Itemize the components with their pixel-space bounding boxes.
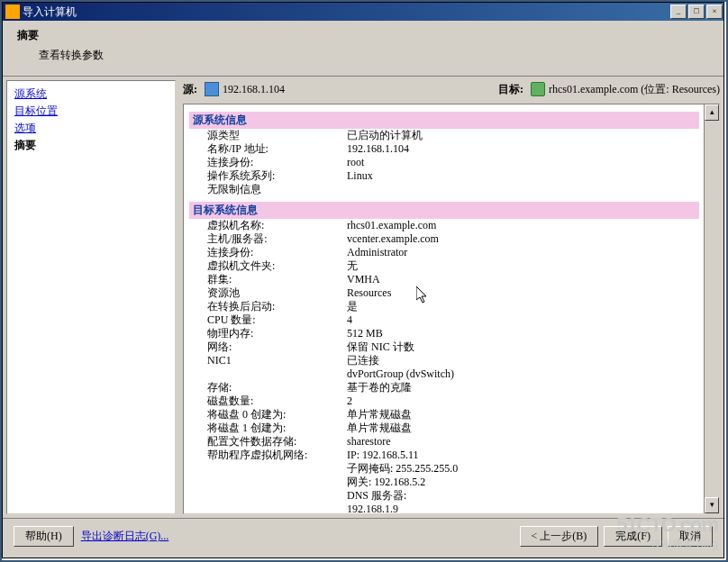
- info-value: 网关: 192.168.5.2: [347, 476, 699, 489]
- page-subtitle: 查看转换参数: [39, 48, 709, 63]
- info-key: [189, 489, 347, 503]
- export-log-link[interactable]: 导出诊断日志(G)...: [81, 529, 169, 544]
- vertical-scrollbar[interactable]: ▴ ▾: [704, 104, 719, 513]
- info-row: 帮助程序虚拟机网络:IP: 192.168.5.11: [189, 449, 699, 462]
- info-value: 192.168.1.104: [347, 142, 699, 156]
- info-row: 操作系统系列:Linux: [189, 169, 699, 183]
- info-value: DNS 服务器:: [347, 489, 699, 503]
- info-value: root: [347, 156, 699, 169]
- info-key: 源类型: [189, 129, 347, 142]
- info-key: 帮助程序虚拟机网络:: [189, 449, 347, 462]
- import-computer-window: 导入计算机 _ □ × 摘要 查看转换参数 源系统目标位置选项摘要 源: 192…: [2, 2, 724, 558]
- close-button[interactable]: ×: [706, 5, 723, 19]
- info-row: 连接身份:Administrator: [189, 246, 699, 259]
- info-value: dvPortGroup (dvSwitch): [347, 367, 699, 381]
- info-key: 名称/IP 地址:: [189, 142, 347, 156]
- target-value: rhcs01.example.com (位置: Resources): [549, 82, 720, 97]
- maximize-button[interactable]: □: [688, 5, 705, 19]
- cancel-button[interactable]: 取消: [668, 526, 713, 547]
- page-title: 摘要: [17, 28, 709, 43]
- info-value: 192.168.1.9: [347, 503, 699, 513]
- nav-step: 摘要: [14, 138, 168, 153]
- info-row: 虚拟机文件夹:无: [189, 259, 699, 273]
- info-value: IP: 192.168.5.11: [347, 449, 699, 462]
- minimize-button[interactable]: _: [670, 5, 687, 19]
- scroll-down-icon[interactable]: ▾: [705, 497, 719, 513]
- summary-header-row: 源: 192.168.1.104 目标: rhcs01.example.com …: [183, 80, 720, 98]
- back-button[interactable]: < 上一步(B): [520, 526, 599, 547]
- info-key: NIC1: [189, 354, 347, 367]
- info-row: 将磁盘 1 创建为:单片常规磁盘: [189, 422, 699, 435]
- info-value: 2: [347, 394, 699, 408]
- info-value: 无: [347, 259, 699, 273]
- info-key: 群集:: [189, 273, 347, 286]
- info-key: 磁盘数量:: [189, 394, 347, 408]
- section-header: 目标系统信息: [189, 202, 699, 219]
- info-value: 已启动的计算机: [347, 129, 699, 142]
- info-value: vcenter.example.com: [347, 232, 699, 246]
- info-row: NIC1已连接: [189, 354, 699, 367]
- info-row: CPU 数量:4: [189, 313, 699, 327]
- info-value: 保留 NIC 计数: [347, 340, 699, 354]
- target-label: 目标:: [498, 82, 523, 97]
- info-key: 连接身份:: [189, 156, 347, 169]
- info-key: [189, 462, 347, 476]
- info-key: 将磁盘 1 创建为:: [189, 422, 347, 435]
- info-row: 存储:基于卷的克隆: [189, 381, 699, 394]
- info-key: 物理内存:: [189, 327, 347, 340]
- nav-step[interactable]: 目标位置: [14, 104, 168, 119]
- info-key: 操作系统系列:: [189, 169, 347, 183]
- source-label: 源:: [183, 82, 197, 97]
- info-row: 网络:保留 NIC 计数: [189, 340, 699, 354]
- info-key: 配置文件数据存储:: [189, 435, 347, 449]
- info-row: 名称/IP 地址:192.168.1.104: [189, 142, 699, 156]
- info-value: 单片常规磁盘: [347, 408, 699, 422]
- finish-button[interactable]: 完成(F): [604, 526, 662, 547]
- info-row: 磁盘数量:2: [189, 394, 699, 408]
- titlebar: 导入计算机 _ □ ×: [3, 3, 723, 21]
- scroll-up-icon[interactable]: ▴: [705, 104, 719, 121]
- info-value: 子网掩码: 255.255.255.0: [347, 462, 699, 476]
- info-key: [189, 367, 347, 381]
- info-key: [189, 476, 347, 489]
- wizard-header: 摘要 查看转换参数: [3, 21, 723, 76]
- wizard-footer: 帮助(H) 导出诊断日志(G)... < 上一步(B) 完成(F) 取消: [3, 518, 723, 554]
- info-key: 虚拟机文件夹:: [189, 259, 347, 273]
- info-key: [189, 503, 347, 513]
- info-row: 将磁盘 0 创建为:单片常规磁盘: [189, 408, 699, 422]
- info-value: Administrator: [347, 246, 699, 259]
- info-key: CPU 数量:: [189, 313, 347, 327]
- help-button[interactable]: 帮助(H): [14, 526, 74, 547]
- info-value: Linux: [347, 169, 699, 183]
- info-key: 主机/服务器:: [189, 232, 347, 246]
- info-row: 主机/服务器:vcenter.example.com: [189, 232, 699, 246]
- info-key: 在转换后启动:: [189, 300, 347, 313]
- info-row: 虚拟机名称:rhcs01.example.com: [189, 219, 699, 232]
- nav-step[interactable]: 选项: [14, 121, 168, 136]
- summary-content: 源系统信息源类型已启动的计算机名称/IP 地址:192.168.1.104连接身…: [183, 104, 720, 514]
- info-key: 存储:: [189, 381, 347, 394]
- info-value: 基于卷的克隆: [347, 381, 699, 394]
- info-row: 在转换后启动:是: [189, 300, 699, 313]
- info-value: 4: [347, 313, 699, 327]
- info-value: 是: [347, 300, 699, 313]
- info-value: 单片常规磁盘: [347, 422, 699, 435]
- info-key: 虚拟机名称:: [189, 219, 347, 232]
- source-value: 192.168.1.104: [223, 83, 285, 96]
- info-key: 连接身份:: [189, 246, 347, 259]
- info-key: 将磁盘 0 创建为:: [189, 408, 347, 422]
- info-key: 无限制信息: [189, 183, 699, 196]
- info-key: 网络:: [189, 340, 347, 354]
- resource-icon: [531, 82, 545, 96]
- app-icon: [5, 5, 20, 19]
- info-row: 配置文件数据存储:sharestore: [189, 435, 699, 449]
- info-value: 已连接: [347, 354, 699, 367]
- info-row: 源类型已启动的计算机: [189, 129, 699, 142]
- info-value: 512 MB: [347, 327, 699, 340]
- info-value: VMHA: [347, 273, 699, 286]
- info-value: rhcs01.example.com: [347, 219, 699, 232]
- nav-step[interactable]: 源系统: [14, 86, 168, 102]
- info-row: 物理内存:512 MB: [189, 327, 699, 340]
- info-row: 群集:VMHA: [189, 273, 699, 286]
- info-value: sharestore: [347, 435, 699, 449]
